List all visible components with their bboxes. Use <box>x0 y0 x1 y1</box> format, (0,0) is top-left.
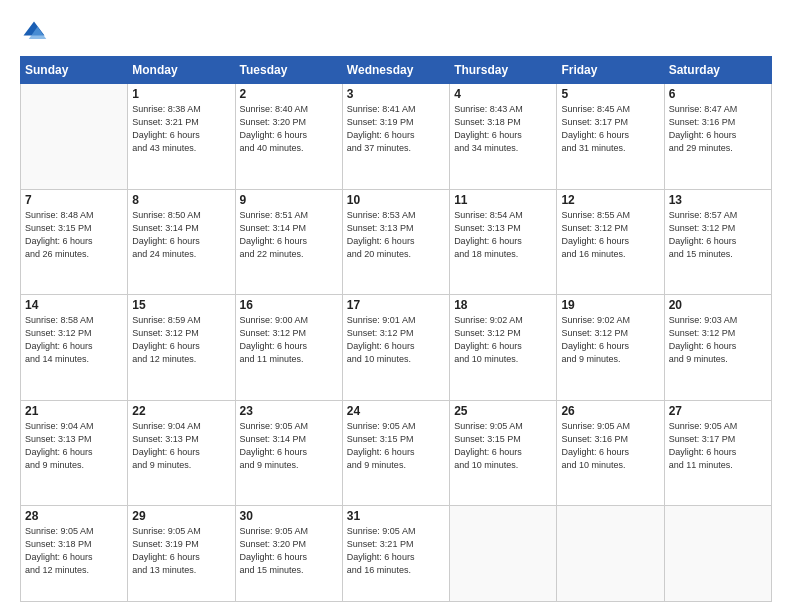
day-number: 10 <box>347 193 445 207</box>
day-info: Sunrise: 9:02 AM Sunset: 3:12 PM Dayligh… <box>454 314 552 366</box>
day-number: 31 <box>347 509 445 523</box>
day-cell: 21Sunrise: 9:04 AM Sunset: 3:13 PM Dayli… <box>21 400 128 506</box>
day-info: Sunrise: 9:05 AM Sunset: 3:19 PM Dayligh… <box>132 525 230 577</box>
day-info: Sunrise: 9:05 AM Sunset: 3:20 PM Dayligh… <box>240 525 338 577</box>
day-cell: 16Sunrise: 9:00 AM Sunset: 3:12 PM Dayli… <box>235 295 342 401</box>
day-number: 20 <box>669 298 767 312</box>
calendar-table: SundayMondayTuesdayWednesdayThursdayFrid… <box>20 56 772 602</box>
weekday-header-saturday: Saturday <box>664 57 771 84</box>
day-cell: 22Sunrise: 9:04 AM Sunset: 3:13 PM Dayli… <box>128 400 235 506</box>
day-number: 19 <box>561 298 659 312</box>
day-info: Sunrise: 9:00 AM Sunset: 3:12 PM Dayligh… <box>240 314 338 366</box>
day-info: Sunrise: 8:59 AM Sunset: 3:12 PM Dayligh… <box>132 314 230 366</box>
week-row-4: 21Sunrise: 9:04 AM Sunset: 3:13 PM Dayli… <box>21 400 772 506</box>
day-number: 22 <box>132 404 230 418</box>
week-row-3: 14Sunrise: 8:58 AM Sunset: 3:12 PM Dayli… <box>21 295 772 401</box>
day-cell <box>21 84 128 190</box>
day-info: Sunrise: 9:05 AM Sunset: 3:17 PM Dayligh… <box>669 420 767 472</box>
day-cell: 28Sunrise: 9:05 AM Sunset: 3:18 PM Dayli… <box>21 506 128 602</box>
day-info: Sunrise: 9:05 AM Sunset: 3:14 PM Dayligh… <box>240 420 338 472</box>
day-info: Sunrise: 8:58 AM Sunset: 3:12 PM Dayligh… <box>25 314 123 366</box>
day-number: 18 <box>454 298 552 312</box>
day-number: 24 <box>347 404 445 418</box>
day-number: 13 <box>669 193 767 207</box>
day-number: 16 <box>240 298 338 312</box>
day-cell: 23Sunrise: 9:05 AM Sunset: 3:14 PM Dayli… <box>235 400 342 506</box>
weekday-header-sunday: Sunday <box>21 57 128 84</box>
day-number: 3 <box>347 87 445 101</box>
weekday-header-tuesday: Tuesday <box>235 57 342 84</box>
weekday-header-row: SundayMondayTuesdayWednesdayThursdayFrid… <box>21 57 772 84</box>
day-info: Sunrise: 8:57 AM Sunset: 3:12 PM Dayligh… <box>669 209 767 261</box>
day-number: 28 <box>25 509 123 523</box>
day-info: Sunrise: 8:45 AM Sunset: 3:17 PM Dayligh… <box>561 103 659 155</box>
week-row-5: 28Sunrise: 9:05 AM Sunset: 3:18 PM Dayli… <box>21 506 772 602</box>
day-cell: 6Sunrise: 8:47 AM Sunset: 3:16 PM Daylig… <box>664 84 771 190</box>
day-info: Sunrise: 8:55 AM Sunset: 3:12 PM Dayligh… <box>561 209 659 261</box>
day-info: Sunrise: 8:53 AM Sunset: 3:13 PM Dayligh… <box>347 209 445 261</box>
day-number: 17 <box>347 298 445 312</box>
day-cell: 18Sunrise: 9:02 AM Sunset: 3:12 PM Dayli… <box>450 295 557 401</box>
logo <box>20 18 52 46</box>
day-number: 30 <box>240 509 338 523</box>
day-number: 11 <box>454 193 552 207</box>
day-cell: 24Sunrise: 9:05 AM Sunset: 3:15 PM Dayli… <box>342 400 449 506</box>
day-cell: 2Sunrise: 8:40 AM Sunset: 3:20 PM Daylig… <box>235 84 342 190</box>
day-cell: 11Sunrise: 8:54 AM Sunset: 3:13 PM Dayli… <box>450 189 557 295</box>
day-number: 9 <box>240 193 338 207</box>
day-number: 21 <box>25 404 123 418</box>
day-cell: 14Sunrise: 8:58 AM Sunset: 3:12 PM Dayli… <box>21 295 128 401</box>
day-number: 2 <box>240 87 338 101</box>
day-info: Sunrise: 8:41 AM Sunset: 3:19 PM Dayligh… <box>347 103 445 155</box>
day-info: Sunrise: 8:50 AM Sunset: 3:14 PM Dayligh… <box>132 209 230 261</box>
day-cell: 9Sunrise: 8:51 AM Sunset: 3:14 PM Daylig… <box>235 189 342 295</box>
day-info: Sunrise: 9:05 AM Sunset: 3:21 PM Dayligh… <box>347 525 445 577</box>
day-number: 5 <box>561 87 659 101</box>
day-info: Sunrise: 9:05 AM Sunset: 3:15 PM Dayligh… <box>347 420 445 472</box>
day-cell: 19Sunrise: 9:02 AM Sunset: 3:12 PM Dayli… <box>557 295 664 401</box>
day-cell <box>450 506 557 602</box>
day-cell: 5Sunrise: 8:45 AM Sunset: 3:17 PM Daylig… <box>557 84 664 190</box>
week-row-2: 7Sunrise: 8:48 AM Sunset: 3:15 PM Daylig… <box>21 189 772 295</box>
day-info: Sunrise: 9:04 AM Sunset: 3:13 PM Dayligh… <box>132 420 230 472</box>
day-cell: 27Sunrise: 9:05 AM Sunset: 3:17 PM Dayli… <box>664 400 771 506</box>
day-number: 14 <box>25 298 123 312</box>
day-number: 26 <box>561 404 659 418</box>
day-cell: 17Sunrise: 9:01 AM Sunset: 3:12 PM Dayli… <box>342 295 449 401</box>
day-cell: 7Sunrise: 8:48 AM Sunset: 3:15 PM Daylig… <box>21 189 128 295</box>
day-number: 29 <box>132 509 230 523</box>
day-info: Sunrise: 8:54 AM Sunset: 3:13 PM Dayligh… <box>454 209 552 261</box>
day-number: 4 <box>454 87 552 101</box>
day-cell: 26Sunrise: 9:05 AM Sunset: 3:16 PM Dayli… <box>557 400 664 506</box>
day-number: 12 <box>561 193 659 207</box>
day-cell: 20Sunrise: 9:03 AM Sunset: 3:12 PM Dayli… <box>664 295 771 401</box>
day-cell: 3Sunrise: 8:41 AM Sunset: 3:19 PM Daylig… <box>342 84 449 190</box>
day-info: Sunrise: 9:03 AM Sunset: 3:12 PM Dayligh… <box>669 314 767 366</box>
day-number: 6 <box>669 87 767 101</box>
day-info: Sunrise: 9:02 AM Sunset: 3:12 PM Dayligh… <box>561 314 659 366</box>
day-info: Sunrise: 8:51 AM Sunset: 3:14 PM Dayligh… <box>240 209 338 261</box>
day-cell: 4Sunrise: 8:43 AM Sunset: 3:18 PM Daylig… <box>450 84 557 190</box>
day-number: 25 <box>454 404 552 418</box>
weekday-header-wednesday: Wednesday <box>342 57 449 84</box>
day-number: 8 <box>132 193 230 207</box>
day-cell: 13Sunrise: 8:57 AM Sunset: 3:12 PM Dayli… <box>664 189 771 295</box>
week-row-1: 1Sunrise: 8:38 AM Sunset: 3:21 PM Daylig… <box>21 84 772 190</box>
day-cell: 30Sunrise: 9:05 AM Sunset: 3:20 PM Dayli… <box>235 506 342 602</box>
day-info: Sunrise: 8:43 AM Sunset: 3:18 PM Dayligh… <box>454 103 552 155</box>
day-cell: 12Sunrise: 8:55 AM Sunset: 3:12 PM Dayli… <box>557 189 664 295</box>
day-info: Sunrise: 9:05 AM Sunset: 3:15 PM Dayligh… <box>454 420 552 472</box>
day-info: Sunrise: 9:04 AM Sunset: 3:13 PM Dayligh… <box>25 420 123 472</box>
page: SundayMondayTuesdayWednesdayThursdayFrid… <box>0 0 792 612</box>
logo-icon <box>20 18 48 46</box>
day-info: Sunrise: 8:47 AM Sunset: 3:16 PM Dayligh… <box>669 103 767 155</box>
day-cell: 31Sunrise: 9:05 AM Sunset: 3:21 PM Dayli… <box>342 506 449 602</box>
day-cell: 25Sunrise: 9:05 AM Sunset: 3:15 PM Dayli… <box>450 400 557 506</box>
day-info: Sunrise: 9:01 AM Sunset: 3:12 PM Dayligh… <box>347 314 445 366</box>
weekday-header-friday: Friday <box>557 57 664 84</box>
day-number: 15 <box>132 298 230 312</box>
day-number: 1 <box>132 87 230 101</box>
day-number: 23 <box>240 404 338 418</box>
day-info: Sunrise: 9:05 AM Sunset: 3:18 PM Dayligh… <box>25 525 123 577</box>
day-info: Sunrise: 8:40 AM Sunset: 3:20 PM Dayligh… <box>240 103 338 155</box>
